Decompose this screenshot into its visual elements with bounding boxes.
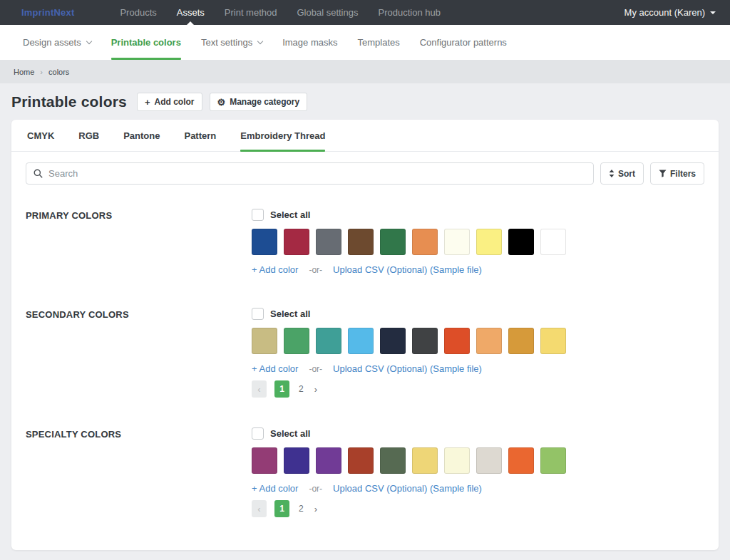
or-separator: -or-: [309, 364, 322, 374]
color-swatch[interactable]: [316, 229, 341, 255]
subnav-item-text-settings[interactable]: Text settings: [191, 25, 272, 60]
filters-button[interactable]: Filters: [650, 162, 704, 185]
secondary-navbar: Design assetsPrintable colorsText settin…: [0, 25, 730, 60]
color-section-primary-colors: PRIMARY COLORSSelect all+ Add color-or-U…: [26, 209, 704, 275]
breadcrumb-home[interactable]: Home: [14, 68, 34, 76]
add-color-link[interactable]: + Add color: [252, 363, 298, 374]
main-content: Printable colors + Add color ⚙ Manage ca…: [0, 93, 730, 550]
add-color-link[interactable]: + Add color: [252, 264, 298, 275]
color-swatch[interactable]: [348, 229, 374, 255]
colors-panel: CMYKRGBPantonePatternEmbroidery Thread S…: [11, 120, 719, 550]
page-title: Printable colors: [11, 93, 127, 110]
tab-cmyk[interactable]: CMYK: [27, 120, 54, 151]
pagination-next[interactable]: ›: [313, 384, 319, 395]
color-swatch[interactable]: [412, 447, 438, 474]
color-swatch[interactable]: [348, 328, 374, 354]
subnav-item-templates[interactable]: Templates: [347, 25, 409, 60]
select-all-checkbox[interactable]: [252, 308, 264, 320]
swatch-row: [252, 328, 704, 354]
subnav-item-printable-colors[interactable]: Printable colors: [101, 25, 191, 60]
color-swatch[interactable]: [540, 328, 566, 354]
color-swatch[interactable]: [412, 229, 438, 255]
pagination-page-2[interactable]: 2: [297, 504, 305, 514]
upload-csv-link[interactable]: Upload CSV (Optional) (Sample file): [333, 363, 482, 374]
account-label: My account (Karen): [624, 7, 705, 18]
topnav-item-global-settings[interactable]: Global settings: [287, 0, 368, 25]
color-swatch[interactable]: [348, 447, 374, 474]
color-swatch[interactable]: [444, 447, 470, 474]
select-all-label: Select all: [270, 308, 310, 319]
tab-rgb[interactable]: RGB: [78, 120, 99, 151]
search-icon: [34, 169, 43, 178]
pagination-prev[interactable]: ‹: [252, 380, 267, 398]
app-logo[interactable]: ImprintNext: [21, 7, 74, 18]
upload-csv-link[interactable]: Upload CSV (Optional) (Sample file): [333, 264, 482, 275]
select-all-label: Select all: [270, 428, 310, 439]
color-swatch[interactable]: [476, 328, 502, 354]
search-box[interactable]: [26, 162, 594, 185]
color-swatch[interactable]: [284, 447, 309, 474]
color-swatch[interactable]: [476, 229, 502, 255]
color-swatch[interactable]: [508, 229, 534, 255]
tab-embroidery-thread[interactable]: Embroidery Thread: [240, 120, 325, 151]
color-swatch[interactable]: [412, 328, 438, 354]
pagination: ‹12›: [252, 500, 704, 517]
color-swatch[interactable]: [316, 328, 341, 354]
topnav-menu: ProductsAssetsPrint methodGlobal setting…: [110, 0, 450, 25]
color-swatch[interactable]: [284, 229, 309, 255]
topnav-item-products[interactable]: Products: [110, 0, 166, 25]
pagination: ‹12›: [252, 380, 704, 398]
chevron-down-icon: [710, 11, 716, 14]
topnav-item-production-hub[interactable]: Production hub: [368, 0, 450, 25]
select-all-checkbox[interactable]: [252, 209, 264, 221]
color-swatch[interactable]: [508, 328, 534, 354]
color-swatch[interactable]: [252, 229, 277, 255]
pagination-next[interactable]: ›: [313, 504, 319, 514]
manage-category-button-label: Manage category: [230, 97, 299, 107]
color-swatch[interactable]: [284, 328, 309, 354]
manage-category-button[interactable]: ⚙ Manage category: [210, 93, 308, 111]
sort-icon: [609, 170, 615, 177]
section-title: SPECIALTY COLORS: [26, 427, 252, 517]
color-swatch[interactable]: [252, 447, 277, 474]
pagination-prev[interactable]: ‹: [252, 500, 267, 517]
color-swatch[interactable]: [444, 328, 470, 354]
subnav-item-image-masks[interactable]: Image masks: [272, 25, 347, 60]
color-swatch[interactable]: [380, 447, 406, 474]
chevron-down-icon: [86, 38, 91, 44]
subnav-item-configurator-patterns[interactable]: Configurator patterns: [410, 25, 517, 60]
pagination-page-2[interactable]: 2: [297, 384, 305, 394]
pagination-page-1[interactable]: 1: [274, 380, 289, 398]
sort-button[interactable]: Sort: [600, 162, 644, 185]
swatch-row: [252, 229, 704, 255]
color-swatch[interactable]: [540, 447, 566, 474]
add-color-button[interactable]: + Add color: [137, 93, 202, 111]
search-input[interactable]: [48, 168, 586, 179]
tab-pattern[interactable]: Pattern: [184, 120, 216, 151]
color-swatch[interactable]: [380, 229, 406, 255]
topnav-item-print-method[interactable]: Print method: [215, 0, 287, 25]
color-swatch[interactable]: [476, 447, 502, 474]
topnav-item-assets[interactable]: Assets: [167, 0, 215, 25]
pagination-page-1[interactable]: 1: [274, 500, 289, 517]
color-swatch[interactable]: [444, 229, 470, 255]
color-swatch[interactable]: [252, 328, 277, 354]
select-all-checkbox[interactable]: [252, 427, 264, 440]
add-color-link[interactable]: + Add color: [252, 483, 298, 494]
upload-csv-link[interactable]: Upload CSV (Optional) (Sample file): [333, 483, 482, 494]
color-swatch[interactable]: [508, 447, 534, 474]
color-swatch[interactable]: [316, 447, 341, 474]
color-swatch[interactable]: [540, 229, 566, 255]
or-separator: -or-: [309, 484, 322, 494]
subnav-item-design-assets[interactable]: Design assets: [13, 25, 101, 60]
color-sections: PRIMARY COLORSSelect all+ Add color-or-U…: [11, 209, 719, 517]
color-swatch[interactable]: [380, 328, 406, 354]
top-navbar: ImprintNext ProductsAssetsPrint methodGl…: [0, 0, 730, 25]
add-color-button-label: Add color: [155, 97, 195, 107]
account-menu[interactable]: My account (Karen): [624, 7, 716, 18]
breadcrumb: Home › colors: [0, 60, 730, 83]
breadcrumb-current: colors: [48, 68, 69, 76]
tab-pantone[interactable]: Pantone: [123, 120, 160, 151]
gear-icon: ⚙: [217, 98, 226, 107]
color-section-specialty-colors: SPECIALTY COLORSSelect all+ Add color-or…: [26, 427, 704, 517]
